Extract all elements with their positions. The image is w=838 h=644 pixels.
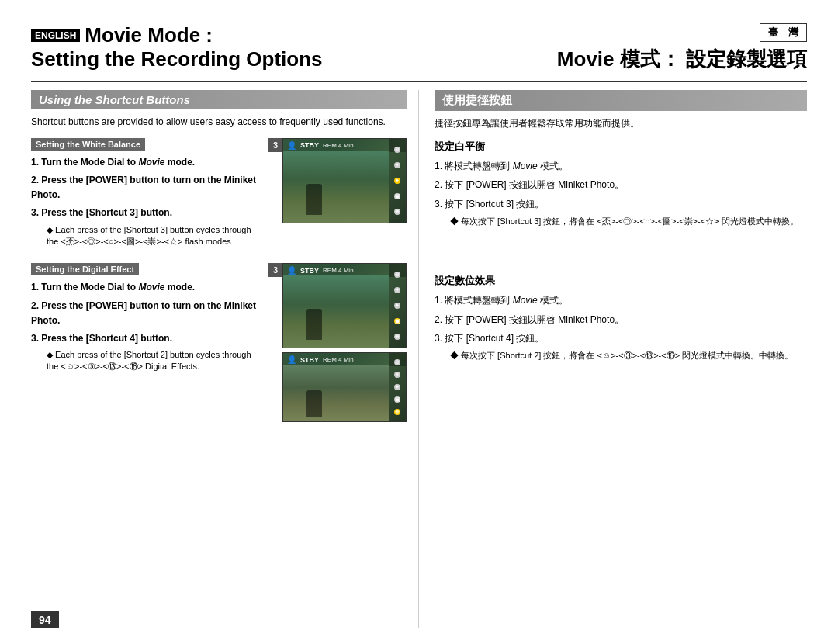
sidebar-item-5: ❋ — [394, 209, 400, 215]
screen-sidebar-1: ⊕ ☀ ✦ ▣ ❋ — [389, 139, 406, 223]
chinese-main-title: Movie 模式： 設定錄製選項 — [557, 46, 807, 73]
page-header: ENGLISH Movie Mode : Setting the Recordi… — [31, 23, 807, 73]
wb-step1-num: 1. Turn the Mode Dial to Movie mode. — [31, 157, 195, 168]
right-column: 使用捷徑按鈕 捷徑按鈕專為讓使用者輕鬆存取常用功能而提供。 設定白平衡 1. 將… — [419, 90, 807, 628]
sidebar-item-3-active: ✦ — [394, 178, 400, 184]
page-number: 94 — [31, 611, 59, 628]
screenshot-group-1: 3 👤 STBY REM 4 Min — [268, 138, 407, 223]
white-balance-title: Setting the White Balance — [31, 138, 145, 151]
cn-white-balance-section: 設定白平衡 1. 將模式轉盤轉到 Movie 模式。 2. 按下 [POWER]… — [435, 140, 807, 227]
screenshot-group-2: 3 👤 STBY REM 4 Min ⊕ ☀ — [268, 263, 407, 422]
cn-wb-step1: 1. 將模式轉盤轉到 Movie 模式。 — [435, 158, 807, 175]
screenshot-2a: 👤 STBY REM 4 Min ⊕ ☀ ✦ ▣ ❋ — [282, 263, 407, 348]
left-intro: Shortcut buttons are provided to allow u… — [31, 116, 407, 129]
sidebar-item-2b-3: ✦ — [394, 384, 400, 390]
step-num-badge-1: 3 — [268, 138, 282, 152]
sidebar-item-2b-1: ⊕ — [394, 359, 400, 365]
sidebar-item-2b-5-active: ❋ — [394, 409, 400, 415]
english-badge: ENGLISH — [31, 29, 80, 42]
header-right: 臺 灣 Movie 模式： 設定錄製選項 — [403, 23, 807, 73]
main-content: Using the Shortcut Buttons Shortcut butt… — [31, 90, 807, 628]
sidebar-item-2-3: ✦ — [394, 303, 400, 309]
white-balance-steps: 1. Turn the Mode Dial to Movie mode. 2. … — [31, 155, 261, 248]
sidebar-item-1: ⊕ — [394, 147, 400, 153]
right-section-header: 使用捷徑按鈕 — [435, 90, 807, 111]
sidebar-item-2: ☀ — [394, 162, 400, 168]
de-step1-text: 1. Turn the Mode Dial to Movie mode. — [31, 282, 195, 293]
title-line2: Setting the Recording Options — [31, 47, 403, 71]
de-step3: 3. Press the [Shortcut 4] button. — [31, 331, 261, 346]
left-section-header: Using the Shortcut Buttons — [31, 90, 407, 109]
de-step1: 1. Turn the Mode Dial to Movie mode. — [31, 280, 261, 295]
cn-wb-steps: 1. 將模式轉盤轉到 Movie 模式。 2. 按下 [POWER] 按鈕以開啓… — [435, 158, 807, 227]
de-steps: 1. Turn the Mode Dial to Movie mode. 2. … — [31, 280, 261, 373]
cn-de-bullet: 每次按下 [Shortcut 2] 按鈕，將會在 <☺>-<③>-<⑬>-<⑯>… — [435, 350, 807, 362]
screenshot-1a: 👤 STBY REM 4 Min ⊕ ☀ ✦ — [282, 138, 407, 223]
stby-label-2: STBY — [300, 267, 319, 275]
cn-wb-title: 設定白平衡 — [435, 140, 807, 154]
cn-wb-step3: 3. 按下 [Shortcut 3] 按鈕。 — [435, 196, 807, 213]
wb-step2-text: 2. Press the [POWER] button to turn on t… — [31, 175, 256, 200]
sidebar-item-2-4-active: ▣ — [394, 318, 400, 324]
title-line1: ENGLISH Movie Mode : — [31, 23, 403, 47]
header-left: ENGLISH Movie Mode : Setting the Recordi… — [31, 23, 403, 71]
arrow-indicator-1 — [406, 175, 407, 187]
wb-step2: 2. Press the [POWER] button to turn on t… — [31, 173, 261, 203]
camera-icon-2: 👤 — [287, 266, 296, 275]
screen-sidebar-2: ⊕ ☀ ✦ ▣ ❋ — [389, 264, 406, 348]
wb-step3-text: 3. Press the [Shortcut 3] button. — [31, 207, 172, 218]
camera-icon-2b: 👤 — [287, 355, 296, 364]
taiwan-badge: 臺 灣 — [760, 23, 807, 42]
wb-step3: 3. Press the [Shortcut 3] button. — [31, 206, 261, 220]
digital-effect-section: Setting the Digital Effect 1. Turn the M… — [31, 263, 407, 422]
cn-de-step1: 1. 將模式轉盤轉到 Movie 模式。 — [435, 293, 807, 310]
sidebar-item-2-1: ⊕ — [394, 272, 400, 278]
rem-label: REM 4 Min — [323, 142, 354, 149]
camera-icon: 👤 — [287, 141, 296, 150]
de-step2: 2. Press the [POWER] button to turn on t… — [31, 299, 261, 328]
cn-de-step2: 2. 按下 [POWER] 按鈕以開啓 Miniket Photo。 — [435, 312, 807, 329]
left-column: Using the Shortcut Buttons Shortcut butt… — [31, 90, 419, 628]
cn-de-step3: 3. 按下 [Shortcut 4] 按鈕。 — [435, 331, 807, 348]
sidebar-item-2-5: ❋ — [394, 334, 400, 340]
screenshot-2b: 👤 STBY REM 4 Min ⊕ ☀ ✦ ▣ ❋ — [282, 352, 407, 422]
white-balance-section: Setting the White Balance 1. Turn the Mo… — [31, 138, 407, 248]
wb-bullet: Each press of the [Shortcut 3] button cy… — [31, 224, 261, 248]
cn-digital-effect-section: 設定數位效果 1. 將模式轉盤轉到 Movie 模式。 2. 按下 [POWER… — [435, 274, 807, 362]
screen-sidebar-2b: ⊕ ☀ ✦ ▣ ❋ — [389, 353, 406, 421]
de-step3-text: 3. Press the [Shortcut 4] button. — [31, 333, 172, 344]
sidebar-item-4: ▣ — [394, 193, 400, 199]
arrow-indicator-2 — [406, 299, 407, 312]
step-num-badge-2: 3 — [268, 263, 282, 277]
stby-label-2b: STBY — [300, 356, 319, 364]
digital-effect-title: Setting the Digital Effect — [31, 263, 139, 275]
sidebar-item-2b-2: ☀ — [394, 372, 400, 378]
rem-label-2b: REM 4 Min — [323, 356, 354, 363]
stby-label: STBY — [300, 141, 319, 149]
wb-step1: 1. Turn the Mode Dial to Movie mode. — [31, 155, 261, 170]
cn-wb-step2: 2. 按下 [POWER] 按鈕以開啓 Miniket Photo。 — [435, 177, 807, 194]
sidebar-item-2b-4: ▣ — [394, 396, 400, 403]
arrow-indicator-2b — [406, 381, 407, 393]
cn-wb-bullet: 每次按下 [Shortcut 3] 按鈕，將會在 <㶨>-<◎>-<○>-<圖>… — [435, 216, 807, 227]
movie-mode-title: Movie Mode : — [85, 23, 213, 47]
de-bullet: Each press of the [Shortcut 2] button cy… — [31, 349, 261, 373]
cn-de-title: 設定數位效果 — [435, 274, 807, 288]
cn-de-steps: 1. 將模式轉盤轉到 Movie 模式。 2. 按下 [POWER] 按鈕以開啓… — [435, 293, 807, 362]
right-intro: 捷徑按鈕專為讓使用者輕鬆存取常用功能而提供。 — [435, 117, 807, 130]
sidebar-item-2-2: ☀ — [394, 287, 400, 293]
de-step2-text: 2. Press the [POWER] button to turn on t… — [31, 300, 256, 326]
rem-label-2: REM 4 Min — [323, 267, 354, 274]
